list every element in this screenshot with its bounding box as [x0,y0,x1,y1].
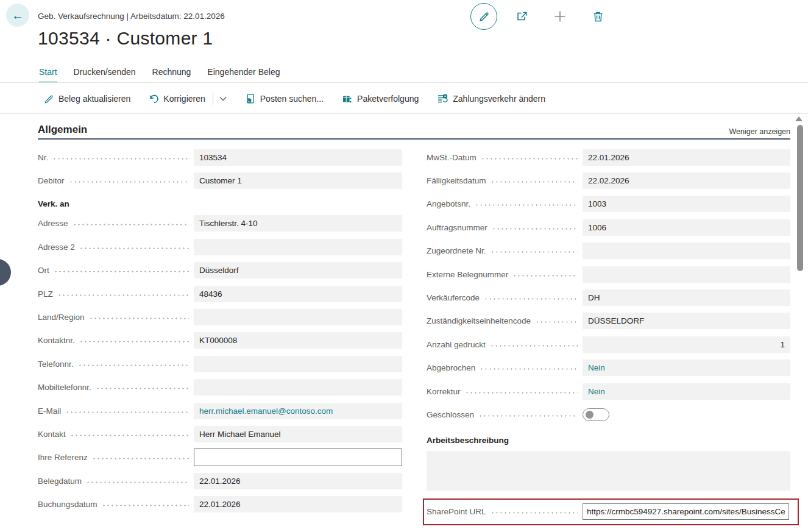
field-ihre-referenz: Ihre Referenz [38,446,402,469]
correct-dropdown-chevron[interactable] [219,96,227,101]
field-value-zugeordnete-nr[interactable] [583,243,790,259]
geschlossen-toggle[interactable] [583,408,609,421]
dotted-leader [480,368,578,370]
field-value-zustaendigkeitseinheitencode[interactable]: DÜSSELDORF [583,313,790,329]
split-button-divider [213,92,213,105]
field-value-faelligkeitsdatum[interactable]: 22.02.2026 [583,172,790,189]
field-label: Debitor [38,176,65,185]
field-land-region: Land/Region [38,305,402,328]
dotted-leader [492,228,578,230]
section-title-allgemein[interactable]: Allgemein [38,124,87,136]
field-value-externe-belegnummer[interactable] [583,266,790,283]
field-value-kontakt[interactable]: Herr Michael Emanuel [194,426,402,442]
chevron-down-icon [219,96,227,101]
share-button[interactable] [514,9,530,24]
field-label: Zuständigkeitseinheitencode [427,316,531,325]
field-email: E-Mail herr.michael.emanuel@contoso.com [38,399,402,422]
field-value-telefonnr[interactable] [194,356,402,372]
field-value-angebotsnr[interactable]: 1003 [583,196,790,212]
field-value-mobiltelefonnr[interactable] [194,379,402,395]
side-panel-handle[interactable] [0,259,11,286]
field-anzahl-gedruckt: Anzahl gedruckt 1 [427,333,790,356]
field-value-adresse-2[interactable] [194,239,402,255]
page-title: 103534 · Customer 1 [38,28,213,49]
field-label: Kontaktnr. [38,336,75,345]
field-label: PLZ [38,289,53,299]
field-value-abgebrochen-link[interactable]: Nein [583,360,790,376]
ribbon-tabs: Start Drucken/senden Rechnung Eingehende… [39,67,280,83]
field-label: Angebotsnr. [427,199,470,208]
field-faelligkeitsdatum: Fälligkeitsdatum 22.02.2026 [427,169,790,192]
field-ort: Ort Düsseldorf [38,259,402,282]
field-value-verkaeufercode[interactable]: DH [583,289,790,306]
dotted-leader [89,317,189,319]
field-label: MwSt.-Datum [427,153,477,162]
field-value-nr[interactable]: 103534 [194,149,402,166]
field-debitor: Debitor Customer 1 [38,169,402,192]
scrollbar-thumb[interactable] [797,125,803,271]
field-kontaktnr: Kontaktnr. KT000008 [38,329,402,352]
field-value-korrektur-link[interactable]: Nein [583,383,790,400]
scrollbar-up-arrow[interactable] [795,116,803,121]
field-value-ort[interactable]: Düsseldorf [194,262,402,278]
field-label: Abgebrochen [427,363,475,372]
correct-button[interactable]: Korrigieren [149,94,205,104]
sharepoint-url-input[interactable] [583,503,789,520]
delete-button[interactable] [590,9,606,24]
show-less-link[interactable]: Weniger anzeigen [729,127,790,136]
undo-icon [149,94,159,104]
field-label: Verkäufercode [427,293,480,302]
field-label: Geschlossen [427,410,474,419]
field-auftragsnummer: Auftragsnummer 1006 [427,216,790,239]
group-label-verk-an: Verk. an [38,193,402,212]
dotted-leader [54,271,189,272]
dotted-leader [491,181,578,183]
field-value-belegdatum[interactable]: 22.01.2026 [194,473,402,489]
tab-eingehender-beleg[interactable]: Eingehender Beleg [207,67,280,83]
field-verkaeufercode: Verkäufercode DH [427,286,790,309]
dotted-leader [92,458,189,459]
field-label: Zugeordnete Nr. [427,246,486,255]
package-tracking-button[interactable]: Paketverfolgung [342,93,419,104]
dotted-leader [69,181,189,183]
field-label: Ort [38,266,49,275]
field-value-adresse[interactable]: Tischlerstr. 4-10 [194,215,402,232]
dotted-leader [512,275,578,277]
field-label: Auftragsnummer [427,223,487,232]
field-mobiltelefonnr: Mobiltelefonnr. [38,376,402,399]
field-value-auftragsnummer[interactable]: 1006 [583,219,790,236]
field-value-anzahl-gedruckt[interactable]: 1 [583,336,790,353]
field-label: SharePoint URL [427,507,486,516]
field-buchungsdatum: Buchungsdatum 22.01.2026 [38,492,402,516]
field-value-plz[interactable]: 48436 [194,286,402,302]
tab-drucken-senden[interactable]: Drucken/senden [74,67,136,83]
document-search-icon [245,93,256,104]
change-payment-button[interactable]: Zahlungsverkehr ändern [437,93,545,104]
new-button[interactable] [552,9,568,24]
tab-rechnung[interactable]: Rechnung [152,67,191,83]
field-value-mwst-datum[interactable]: 22.01.2026 [583,149,790,166]
dotted-leader [86,481,189,483]
field-value-kontaktnr[interactable]: KT000008 [194,332,402,349]
field-value-land-region[interactable] [194,309,402,325]
update-document-button[interactable]: Beleg aktualisieren [44,94,130,104]
dotted-leader [491,512,578,514]
back-button[interactable]: ← [6,4,29,27]
field-value-email-link[interactable]: herr.michael.emanuel@contoso.com [194,403,402,419]
tab-start[interactable]: Start [39,67,57,83]
field-label: Externe Belegnummer [427,270,508,279]
your-reference-input[interactable] [194,449,402,466]
dotted-leader [70,434,189,436]
field-belegdatum: Belegdatum 22.01.2026 [38,469,402,492]
share-icon [515,9,530,24]
field-adresse: Adresse Tischlerstr. 4-10 [38,212,402,235]
dotted-leader [102,505,189,506]
pencil-icon [44,94,54,104]
find-entries-button[interactable]: Posten suchen... [245,93,324,104]
trash-icon [592,10,604,23]
edit-button[interactable] [470,3,497,30]
field-value-buchungsdatum[interactable]: 22.01.2026 [194,496,402,512]
field-value-debitor[interactable]: Customer 1 [194,172,402,189]
correct-label: Korrigieren [163,94,205,104]
work-description-textarea[interactable] [427,451,790,491]
